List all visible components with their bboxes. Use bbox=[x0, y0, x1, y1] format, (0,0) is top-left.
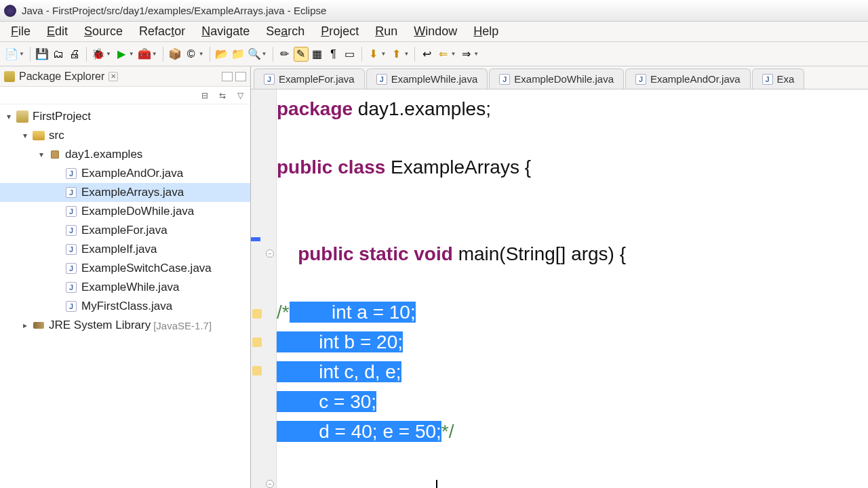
link-editor-button[interactable]: ⇆ bbox=[216, 89, 229, 102]
menu-help[interactable]: Help bbox=[465, 22, 507, 41]
tree-file[interactable]: ExampleFor.java bbox=[0, 221, 250, 240]
keyword: package bbox=[277, 98, 353, 119]
code-editor[interactable]: package day1.examples; public class Exam… bbox=[277, 89, 868, 488]
toggle-highlight-button[interactable]: ✎ bbox=[294, 47, 309, 62]
minimize-button[interactable] bbox=[222, 72, 233, 81]
editor-tab[interactable]: ExampleDoWhile.java bbox=[489, 68, 624, 89]
warning-marker-icon[interactable] bbox=[252, 338, 262, 347]
toggle-breadcrumb-button[interactable]: ▭ bbox=[342, 47, 357, 62]
debug-button[interactable]: 🐞 bbox=[91, 47, 106, 62]
code-text: day1.examples; bbox=[353, 98, 491, 119]
tree-package[interactable]: ▾ day1.examples bbox=[0, 145, 250, 164]
search-button[interactable]: 🔍 bbox=[247, 47, 262, 62]
java-file-icon bbox=[65, 167, 77, 180]
java-file-icon bbox=[65, 300, 77, 312]
tree-file[interactable]: ExampleArrays.java bbox=[0, 183, 250, 202]
tree-file[interactable]: ExampleAndOr.java bbox=[0, 164, 250, 183]
fold-icon[interactable]: − bbox=[266, 480, 274, 488]
dropdown-icon[interactable]: ▼ bbox=[199, 51, 204, 57]
tree-project[interactable]: ▾ FirstProject bbox=[0, 107, 250, 126]
eclipse-icon bbox=[4, 5, 16, 17]
new-button[interactable]: 📄 bbox=[4, 47, 19, 62]
tree-file[interactable]: ExampleDoWhile.java bbox=[0, 202, 250, 221]
prev-annotation-button[interactable]: ⬆ bbox=[389, 47, 403, 62]
package-explorer-panel: Package Explorer ✕ ⊟ ⇆ ▽ ▾ FirstProject … bbox=[0, 66, 251, 488]
dropdown-icon[interactable]: ▼ bbox=[262, 51, 267, 57]
open-type-button[interactable]: 📂 bbox=[214, 47, 229, 62]
forward-button[interactable]: ⇒ bbox=[458, 47, 473, 62]
tree-src[interactable]: ▾ src bbox=[0, 126, 250, 145]
new-package-button[interactable]: 📦 bbox=[167, 47, 182, 62]
menu-navigate[interactable]: Navigate bbox=[193, 22, 258, 41]
next-annotation-button[interactable]: ⬇ bbox=[366, 47, 381, 62]
dropdown-icon[interactable]: ▼ bbox=[152, 51, 157, 57]
external-tools-button[interactable]: 🧰 bbox=[137, 47, 152, 62]
tab-label: Exa bbox=[777, 73, 795, 85]
fold-icon[interactable]: − bbox=[266, 249, 274, 258]
tree-file[interactable]: ExampleIf.java bbox=[0, 240, 250, 259]
editor-tab[interactable]: ExampleFor.java bbox=[254, 68, 365, 89]
expand-icon[interactable]: ▾ bbox=[7, 112, 16, 121]
menu-search[interactable]: Search bbox=[258, 22, 313, 41]
project-label: FirstProject bbox=[33, 110, 91, 123]
run-button[interactable]: ▶ bbox=[114, 47, 129, 62]
titlebar: Java - FirstProject/src/day1/examples/Ex… bbox=[0, 0, 868, 22]
menu-file[interactable]: File bbox=[3, 22, 39, 41]
tab-label: ExampleDoWhile.java bbox=[514, 73, 614, 85]
editor-tab[interactable]: ExampleAndOr.java bbox=[625, 68, 751, 89]
close-view-button[interactable]: ✕ bbox=[108, 72, 118, 81]
tree-file[interactable]: ExampleWhile.java bbox=[0, 278, 250, 297]
menu-run[interactable]: Run bbox=[367, 22, 406, 41]
dropdown-icon[interactable]: ▼ bbox=[19, 51, 24, 57]
back-button[interactable]: ⇐ bbox=[435, 47, 450, 62]
new-class-button[interactable]: © bbox=[184, 47, 199, 62]
comment-end: */ bbox=[441, 421, 454, 442]
dropdown-icon[interactable]: ▼ bbox=[403, 51, 409, 57]
tab-label: ExampleWhile.java bbox=[391, 73, 478, 85]
warning-marker-icon[interactable] bbox=[252, 366, 262, 375]
tab-label: ExampleAndOr.java bbox=[650, 73, 741, 85]
editor-tab[interactable]: Exa bbox=[752, 68, 805, 89]
dropdown-icon[interactable]: ▼ bbox=[450, 51, 456, 57]
package-label: day1.examples bbox=[65, 148, 142, 161]
open-task-button[interactable]: 📁 bbox=[231, 47, 245, 62]
toggle-block-button[interactable]: ▦ bbox=[310, 47, 325, 62]
warning-marker-icon[interactable] bbox=[252, 309, 262, 319]
panel-title: Package Explorer bbox=[19, 70, 104, 83]
src-label: src bbox=[49, 129, 64, 142]
expand-icon[interactable]: ▾ bbox=[39, 150, 49, 159]
code-text: ExampleArrays { bbox=[385, 157, 531, 178]
editor-tab[interactable]: ExampleWhile.java bbox=[366, 68, 488, 89]
project-tree[interactable]: ▾ FirstProject ▾ src ▾ day1.examples Exa… bbox=[0, 104, 250, 488]
menu-window[interactable]: Window bbox=[406, 22, 465, 41]
collapse-all-button[interactable]: ⊟ bbox=[199, 89, 211, 102]
package-icon bbox=[49, 148, 61, 161]
save-button[interactable]: 💾 bbox=[35, 47, 50, 62]
maximize-button[interactable] bbox=[235, 72, 246, 81]
dropdown-icon[interactable]: ▼ bbox=[106, 51, 111, 57]
print-button[interactable]: 🖨 bbox=[67, 47, 82, 62]
menu-source[interactable]: Source bbox=[76, 22, 131, 41]
menu-refactor[interactable]: Refactor bbox=[131, 22, 193, 41]
menu-project[interactable]: Project bbox=[313, 22, 367, 41]
dropdown-icon[interactable]: ▼ bbox=[473, 51, 479, 57]
save-all-button[interactable]: 🗂 bbox=[51, 47, 66, 62]
tree-jre[interactable]: ▸ JRE System Library [JavaSE-1.7] bbox=[0, 316, 250, 335]
toggle-mark-button[interactable]: ✏ bbox=[277, 47, 292, 62]
view-menu-button[interactable]: ▽ bbox=[234, 89, 246, 102]
editor-gutter[interactable]: − − bbox=[251, 89, 277, 488]
file-label: ExampleWhile.java bbox=[81, 281, 180, 294]
selected-code: int b = 20; bbox=[277, 331, 403, 352]
menu-edit[interactable]: Edit bbox=[39, 22, 76, 41]
last-edit-button[interactable]: ↩ bbox=[419, 47, 434, 62]
tree-file[interactable]: MyFirstClass.java bbox=[0, 297, 250, 316]
keyword: void bbox=[414, 243, 453, 264]
dropdown-icon[interactable]: ▼ bbox=[129, 51, 134, 57]
keyword: public bbox=[298, 243, 353, 264]
tree-file[interactable]: ExampleSwitchCase.java bbox=[0, 259, 250, 278]
java-file-icon bbox=[499, 74, 510, 85]
show-whitespace-button[interactable]: ¶ bbox=[326, 47, 341, 62]
dropdown-icon[interactable]: ▼ bbox=[381, 51, 387, 57]
expand-icon[interactable]: ▸ bbox=[23, 321, 33, 330]
expand-icon[interactable]: ▾ bbox=[23, 131, 33, 140]
